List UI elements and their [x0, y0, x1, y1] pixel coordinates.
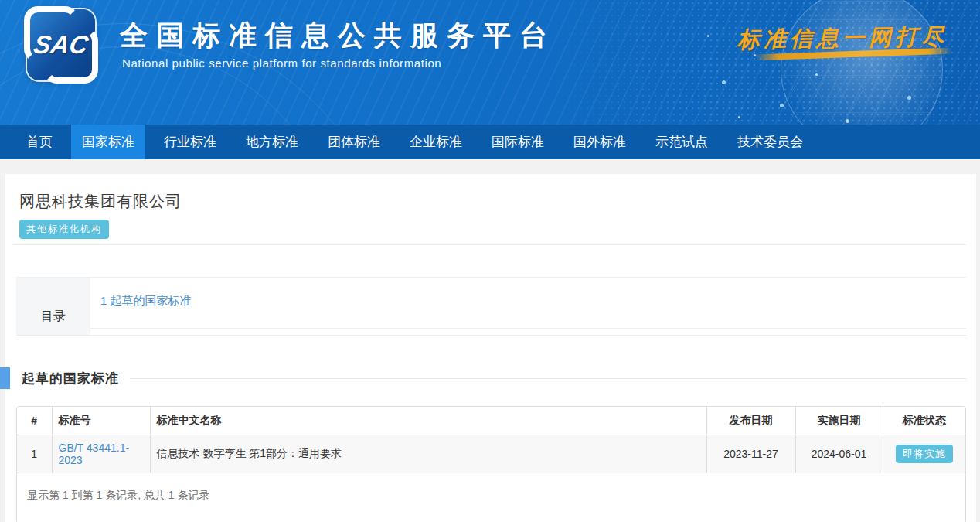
status-badge: 即将实施	[896, 445, 953, 463]
nav-item-local-standards[interactable]: 地方标准	[235, 125, 309, 159]
cell-publish-date: 2023-11-27	[706, 435, 795, 473]
standards-table: # 标准号 标准中文名称 发布日期 实施日期 标准状态 1 GB/T 43441…	[17, 407, 965, 473]
site-title-zh: 全国标准信息公共服务平台	[120, 17, 556, 55]
content-panel: 网思科技集团有限公司 其他标准化机构 目录 1 起草的国家标准 起草的国家标准 …	[5, 174, 976, 522]
nav-item-pilot-demonstration[interactable]: 示范试点	[645, 125, 719, 159]
cell-standard-name: 信息技术 数字孪生 第1部分：通用要求	[150, 435, 706, 473]
table-record-summary: 显示第 1 到第 1 条记录, 总共 1 条记录	[17, 473, 965, 522]
organization-name: 网思科技集团有限公司	[19, 191, 966, 212]
nav-item-industry-standards[interactable]: 行业标准	[153, 125, 227, 159]
site-title-en: National public service platform for sta…	[122, 56, 441, 70]
standards-table-container: # 标准号 标准中文名称 发布日期 实施日期 标准状态 1 GB/T 43441…	[16, 406, 966, 522]
page-background-gap	[0, 159, 980, 174]
sac-logo[interactable]: SAC	[27, 9, 95, 80]
standard-number-link[interactable]: GB/T 43441.1-2023	[59, 442, 130, 466]
toc-box: 目录 1 起草的国家标准	[16, 277, 966, 336]
column-header-publish-date: 发布日期	[706, 407, 795, 435]
table-header-row: # 标准号 标准中文名称 发布日期 实施日期 标准状态	[17, 407, 965, 435]
organization-header: 网思科技集团有限公司 其他标准化机构	[16, 174, 966, 239]
nav-item-technical-committee[interactable]: 技术委员会	[726, 125, 814, 159]
table-row: 1 GB/T 43441.1-2023 信息技术 数字孪生 第1部分：通用要求 …	[17, 435, 965, 473]
toc-label: 目录	[16, 278, 90, 335]
column-header-status: 标准状态	[883, 407, 965, 435]
nav-item-national-standards[interactable]: 国家标准	[71, 125, 145, 159]
globe-decoration	[781, 0, 943, 125]
main-navbar: 首页 国家标准 行业标准 地方标准 团体标准 企业标准 国际标准 国外标准 示范…	[0, 125, 980, 159]
organization-type-badge: 其他标准化机构	[19, 220, 109, 239]
nav-item-foreign-standards[interactable]: 国外标准	[563, 125, 637, 159]
section-accent-bar	[0, 367, 10, 389]
column-header-standard-name: 标准中文名称	[150, 407, 706, 435]
cell-standard-number: GB/T 43441.1-2023	[52, 435, 150, 473]
cell-index: 1	[17, 435, 52, 473]
sac-logo-text: SAC	[32, 30, 90, 60]
nav-item-group-standards[interactable]: 团体标准	[317, 125, 391, 159]
section-title: 起草的国家标准	[22, 370, 119, 387]
toc-item: 1 起草的国家标准	[90, 278, 966, 329]
cell-status: 即将实施	[883, 435, 965, 473]
site-header: SAC 全国标准信息公共服务平台 National public service…	[0, 0, 980, 125]
nav-item-home[interactable]: 首页	[15, 125, 63, 159]
toc-link-drafted-national-standards[interactable]: 1 起草的国家标准	[100, 294, 192, 309]
divider	[13, 244, 966, 245]
cell-implement-date: 2024-06-01	[795, 435, 883, 473]
nav-item-enterprise-standards[interactable]: 企业标准	[399, 125, 473, 159]
section-divider-line	[130, 378, 966, 379]
column-header-standard-number: 标准号	[52, 407, 150, 435]
section-header: 起草的国家标准	[16, 367, 966, 389]
toc-list: 1 起草的国家标准	[90, 278, 966, 335]
nav-item-international-standards[interactable]: 国际标准	[481, 125, 555, 159]
sparkle-dots-decoration	[707, 35, 709, 37]
column-header-implement-date: 实施日期	[795, 407, 883, 435]
column-header-index: #	[17, 407, 52, 435]
